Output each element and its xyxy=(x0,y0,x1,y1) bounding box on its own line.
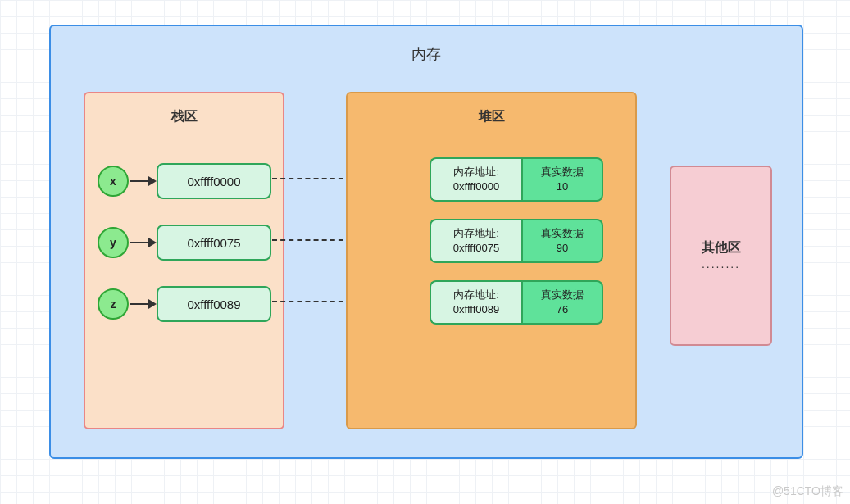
stack-addr-x: 0xffff0000 xyxy=(157,163,271,199)
heap-addr-label: 内存地址: xyxy=(453,226,499,241)
heap-data-value: 90 xyxy=(557,241,568,256)
arrow-icon xyxy=(129,172,157,190)
heap-addr-cell: 内存地址: 0xffff0089 xyxy=(430,280,521,325)
heap-title: 堆区 xyxy=(348,108,635,125)
variable-y: y xyxy=(98,227,129,258)
heap-addr-value: 0xffff0075 xyxy=(453,241,499,256)
stack-addr-y: 0xffff0075 xyxy=(157,225,271,261)
arrow-icon xyxy=(129,295,157,313)
heap-region: 堆区 内存地址: 0xffff0000 真实数据 10 内存地址: 0xffff… xyxy=(346,92,637,429)
memory-region: 内存 栈区 x 0xffff0000 y 0xffff0075 z 0xffff… xyxy=(49,25,803,459)
watermark: @51CTO博客 xyxy=(772,484,843,499)
other-region: 其他区 ········ xyxy=(670,166,772,346)
heap-row: 内存地址: 0xffff0000 真实数据 10 xyxy=(430,157,603,202)
stack-region: 栈区 x 0xffff0000 y 0xffff0075 z 0xffff008… xyxy=(84,92,284,429)
arrow-icon xyxy=(129,234,157,252)
heap-row: 内存地址: 0xffff0089 真实数据 76 xyxy=(430,280,603,325)
heap-row: 内存地址: 0xffff0075 真实数据 90 xyxy=(430,219,603,263)
stack-row: z 0xffff0089 xyxy=(98,286,271,322)
variable-x: x xyxy=(98,166,129,197)
stack-row: y 0xffff0075 xyxy=(98,225,271,261)
heap-data-cell: 真实数据 90 xyxy=(521,219,603,263)
heap-addr-value: 0xffff0089 xyxy=(453,302,499,317)
heap-data-cell: 真实数据 10 xyxy=(521,157,603,202)
memory-title: 内存 xyxy=(51,44,802,64)
heap-data-label: 真实数据 xyxy=(541,226,584,241)
heap-data-value: 76 xyxy=(557,302,568,317)
stack-row: x 0xffff0000 xyxy=(98,163,271,199)
other-title: 其他区 xyxy=(702,239,741,257)
heap-addr-label: 内存地址: xyxy=(453,288,499,302)
heap-addr-cell: 内存地址: 0xffff0000 xyxy=(430,157,521,202)
heap-data-value: 10 xyxy=(557,179,568,194)
stack-addr-z: 0xffff0089 xyxy=(157,286,271,322)
heap-addr-label: 内存地址: xyxy=(453,165,499,179)
heap-data-label: 真实数据 xyxy=(541,288,584,302)
variable-z: z xyxy=(98,288,129,320)
other-dots: ········ xyxy=(702,260,740,273)
heap-addr-value: 0xffff0000 xyxy=(453,179,499,194)
heap-addr-cell: 内存地址: 0xffff0075 xyxy=(430,219,521,263)
heap-data-cell: 真实数据 76 xyxy=(521,280,603,325)
stack-title: 栈区 xyxy=(85,108,283,125)
heap-data-label: 真实数据 xyxy=(541,165,584,179)
